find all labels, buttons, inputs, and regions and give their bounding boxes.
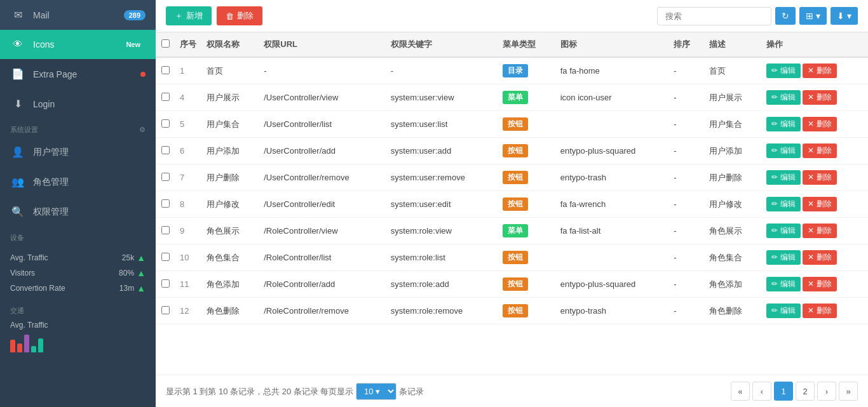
chart-bar <box>31 346 36 352</box>
prev-page-button[interactable]: ‹ <box>752 382 771 401</box>
first-page-button[interactable]: « <box>731 382 750 401</box>
delete-button[interactable]: 🗑 删除 <box>217 6 262 25</box>
sidebar-item-extra-page[interactable]: 📄 Extra Page <box>0 59 156 89</box>
sidebar-item-label: Extra Page <box>33 69 140 79</box>
avg-traffic-label2: Avg. Traffic <box>10 321 48 330</box>
row-sort: - <box>668 164 704 191</box>
type-badge: 菜单 <box>503 224 528 237</box>
add-button[interactable]: ＋ 新增 <box>166 6 212 25</box>
sidebar-item-label: Mail <box>33 10 124 20</box>
row-checkbox <box>156 164 175 191</box>
sidebar-item-perm-mgmt[interactable]: 🔍 权限管理 <box>0 197 156 227</box>
select-all-checkbox[interactable] <box>161 39 170 48</box>
row-select-checkbox[interactable] <box>161 119 170 128</box>
row-keyword: - <box>386 57 498 84</box>
edit-button[interactable]: ✏ 编辑 <box>766 197 800 211</box>
delete-row-button[interactable]: ✕ 删除 <box>803 170 836 185</box>
edit-button[interactable]: ✏ 编辑 <box>766 250 800 265</box>
row-url: /UserController/view <box>259 84 386 111</box>
row-type: 按钮 <box>498 298 555 324</box>
row-keyword: system:role:list <box>386 244 498 271</box>
row-url: /UserController/list <box>259 111 386 138</box>
row-name: 用户修改 <box>201 191 259 218</box>
edit-button[interactable]: ✏ 编辑 <box>766 117 800 131</box>
login-icon: ⬇ <box>10 98 25 110</box>
page-1-button[interactable]: 1 <box>774 382 793 401</box>
edit-button[interactable]: ✏ 编辑 <box>766 90 800 105</box>
edit-button[interactable]: ✏ 编辑 <box>766 224 800 238</box>
row-select-checkbox[interactable] <box>161 306 170 314</box>
sidebar-item-role-mgmt[interactable]: 👥 角色管理 <box>0 167 156 197</box>
gear-icon[interactable]: ⚙ <box>139 126 146 134</box>
delete-row-button[interactable]: ✕ 删除 <box>803 224 836 238</box>
row-type: 目录 <box>498 57 555 84</box>
sidebar-item-label: 角色管理 <box>33 177 146 188</box>
edit-button[interactable]: ✏ 编辑 <box>766 170 800 185</box>
row-select-checkbox[interactable] <box>161 199 170 208</box>
row-seq: 6 <box>175 138 201 164</box>
row-select-checkbox[interactable] <box>161 279 170 288</box>
row-select-checkbox[interactable] <box>161 66 170 74</box>
header-seq: 序号 <box>175 32 201 57</box>
plus-icon: ＋ <box>175 10 183 22</box>
row-sort: - <box>668 191 704 218</box>
row-keyword: system:user:view <box>386 84 498 111</box>
row-icon: fa fa-home <box>555 57 669 84</box>
edit-button[interactable]: ✏ 编辑 <box>766 143 800 158</box>
delete-row-button[interactable]: ✕ 删除 <box>803 250 836 265</box>
traffic-section-label: 交通 <box>0 301 156 318</box>
row-seq: 12 <box>175 298 201 324</box>
row-icon <box>555 244 669 271</box>
sidebar-item-mail[interactable]: ✉ Mail 289 <box>0 0 156 30</box>
search-input[interactable] <box>657 7 771 25</box>
trash-icon: 🗑 <box>226 11 234 21</box>
row-actions: ✏ 编辑 ✕ 删除 <box>761 111 868 138</box>
avg-traffic-val: 25k ▲ <box>122 253 146 263</box>
edit-button[interactable]: ✏ 编辑 <box>766 277 800 291</box>
delete-row-button[interactable]: ✕ 删除 <box>803 304 836 318</box>
edit-button[interactable]: ✏ 编辑 <box>766 304 800 318</box>
device-section: 设备 <box>0 227 156 245</box>
row-checkbox <box>156 298 175 324</box>
table-header-row: 序号 权限名称 权限URL 权限关键字 菜单类型 图标 排序 描述 操作 <box>156 32 868 57</box>
type-badge: 按钮 <box>503 171 528 184</box>
row-sort: - <box>668 111 704 138</box>
conversion-label: Convertion Rate <box>10 284 65 293</box>
row-type: 菜单 <box>498 84 555 111</box>
row-actions: ✏ 编辑 ✕ 删除 <box>761 271 868 298</box>
row-select-checkbox[interactable] <box>161 146 170 154</box>
download-button[interactable]: ⬇ ▾ <box>831 7 858 25</box>
row-actions: ✏ 编辑 ✕ 删除 <box>761 84 868 111</box>
row-keyword: system:user:remove <box>386 164 498 191</box>
page-2-button[interactable]: 2 <box>796 382 815 401</box>
delete-row-button[interactable]: ✕ 删除 <box>803 63 836 78</box>
delete-row-button[interactable]: ✕ 删除 <box>803 197 836 211</box>
next-page-button[interactable]: › <box>817 382 836 401</box>
refresh-button[interactable]: ↻ <box>775 7 796 25</box>
row-select-checkbox[interactable] <box>161 253 170 261</box>
delete-row-button[interactable]: ✕ 删除 <box>803 143 836 158</box>
edit-button[interactable]: ✏ 编辑 <box>766 63 800 78</box>
delete-row-button[interactable]: ✕ 删除 <box>803 117 836 131</box>
sidebar-item-icons[interactable]: 👁 Icons New <box>0 30 156 59</box>
last-page-button[interactable]: » <box>839 382 858 401</box>
sidebar-item-login[interactable]: ⬇ Login <box>0 89 156 119</box>
row-seq: 10 <box>175 244 201 271</box>
row-select-checkbox[interactable] <box>161 173 170 181</box>
per-page-select[interactable]: 10 ▾ 20 50 <box>356 383 397 400</box>
row-sort: - <box>668 218 704 244</box>
grid-button[interactable]: ⊞ ▾ <box>799 7 827 25</box>
users-icon: 👥 <box>10 176 25 188</box>
row-type: 菜单 <box>498 218 555 244</box>
delete-row-button[interactable]: ✕ 删除 <box>803 90 836 105</box>
header-name: 权限名称 <box>201 32 259 57</box>
sidebar-item-user-mgmt[interactable]: 👤 用户管理 <box>0 137 156 167</box>
row-select-checkbox[interactable] <box>161 93 170 101</box>
visitors-val: 80% ▲ <box>119 268 146 278</box>
traffic-section: Avg. Traffic 25k ▲ Visitors 80% ▲ Conver… <box>0 245 156 301</box>
delete-row-button[interactable]: ✕ 删除 <box>803 277 836 291</box>
row-keyword: system:role:view <box>386 218 498 244</box>
type-badge: 按钮 <box>503 197 528 211</box>
row-checkbox <box>156 218 175 244</box>
row-select-checkbox[interactable] <box>161 226 170 234</box>
